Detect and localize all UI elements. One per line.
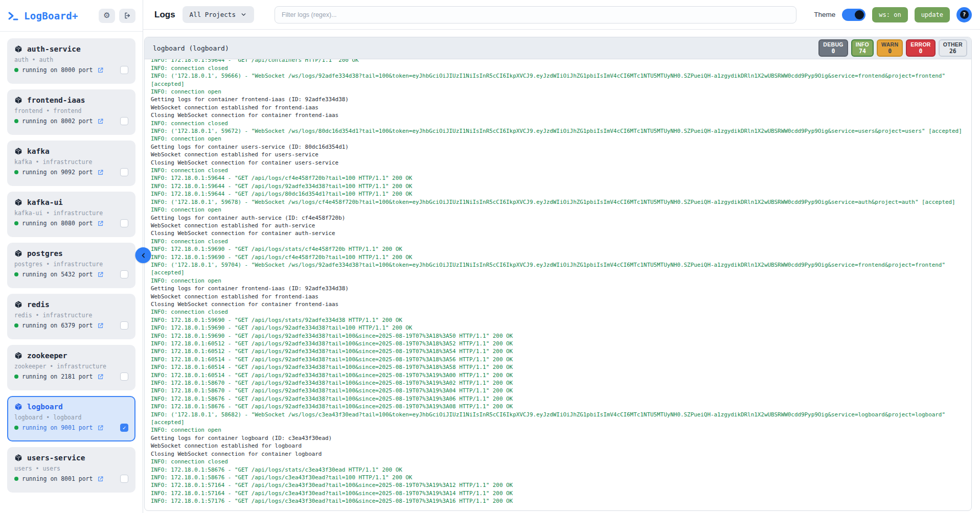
status-dot (14, 375, 18, 379)
external-link-icon[interactable] (97, 169, 104, 176)
project-filter-dropdown[interactable]: All Projects (183, 6, 254, 23)
service-card[interactable]: zookeeper zookeeper • infrastructure run… (7, 345, 135, 390)
question-mark-icon: ? (960, 10, 969, 19)
status-dot (14, 221, 18, 225)
service-status-text: running on 5432 port (22, 271, 93, 278)
service-card[interactable]: kafka-ui kafka-ui • infrastructure runni… (7, 192, 135, 237)
package-icon (14, 249, 22, 258)
log-level-badge[interactable]: OTHER 26 (939, 39, 967, 57)
log-line: INFO: 172.18.0.1:59690 - "GET /api/logs/… (151, 316, 968, 324)
service-project: frontend • frontend (14, 107, 128, 114)
log-output[interactable]: INFO: 172.18.0.1:59644 - "GET /api/conta… (145, 59, 971, 510)
external-link-icon[interactable] (97, 476, 104, 482)
service-name: users-service (27, 454, 85, 462)
service-name: frontend-iaas (27, 96, 85, 104)
external-link-icon[interactable] (97, 271, 104, 278)
external-link-icon[interactable] (97, 67, 104, 74)
update-button[interactable]: update (915, 7, 950, 22)
package-icon (14, 198, 22, 206)
log-line: Closing WebSocket connection for contain… (151, 229, 968, 237)
log-line: INFO: 172.18.0.1:60514 - "GET /api/logs/… (151, 356, 968, 363)
service-checkbox[interactable] (120, 424, 128, 432)
external-link-icon[interactable] (97, 374, 104, 380)
status-dot (14, 272, 18, 276)
external-link-icon[interactable] (97, 220, 104, 227)
external-link-icon[interactable] (97, 322, 104, 329)
log-line: INFO: 172.18.0.1:58670 - "GET /api/logs/… (151, 387, 968, 394)
service-card[interactable]: postgres postgres • infrastructure runni… (7, 243, 135, 288)
service-checkbox[interactable] (120, 270, 128, 278)
log-level-badge[interactable]: ERROR 0 (906, 39, 935, 57)
page-title: Logs (154, 10, 175, 20)
log-level-badges: DEBUG 0 INFO 74 WARN 0 ERROR 0 OTHER 26 (818, 39, 967, 57)
service-card[interactable]: users-service users • users running on 8… (7, 447, 135, 493)
external-link-icon[interactable] (97, 425, 104, 431)
log-line: Getting logs for container users-service… (151, 143, 968, 151)
log-level-badge[interactable]: INFO 74 (851, 39, 874, 57)
service-status-text: running on 8000 port (22, 66, 93, 74)
websocket-status-badge[interactable]: ws: on (872, 7, 907, 22)
app-title: LogBoard+ (24, 10, 78, 21)
log-panel-header: logboard (logboard) DEBUG 0 INFO 74 WARN… (145, 37, 971, 59)
app-logo: LogBoard+ (7, 10, 95, 22)
badge-count: 26 (943, 48, 963, 55)
service-name: postgres (27, 249, 63, 258)
log-line: WebSocket connection established for use… (151, 151, 968, 158)
service-checkbox[interactable] (120, 66, 128, 74)
sidebar: LogBoard+ ⚙ auth-service (0, 0, 143, 513)
package-icon (14, 45, 22, 53)
package-icon (14, 300, 22, 309)
log-line: INFO: 172.18.0.1:58670 - "GET /api/logs/… (151, 379, 968, 387)
badge-label: WARN (881, 41, 898, 48)
gear-icon: ⚙ (103, 12, 110, 19)
service-checkbox[interactable] (120, 321, 128, 330)
log-level-badge[interactable]: DEBUG 0 (818, 39, 848, 57)
log-line: INFO: 172.18.0.1:58676 - "GET /api/logs/… (151, 466, 968, 474)
log-line: INFO: 172.18.0.1:59644 - "GET /api/logs/… (151, 182, 968, 190)
service-checkbox[interactable] (120, 372, 128, 381)
log-line: INFO: 172.18.0.1:59690 - "GET /api/logs/… (151, 253, 968, 261)
status-dot (14, 119, 18, 123)
sidebar-collapse-button[interactable] (135, 247, 151, 263)
service-project: auth • auth (14, 56, 128, 63)
service-checkbox[interactable] (120, 219, 128, 227)
service-card[interactable]: auth-service auth • auth running on 8000… (7, 38, 135, 84)
log-line: INFO: 172.18.0.1:57164 - "GET /api/logs/… (151, 481, 968, 489)
log-line: INFO: 172.18.0.1:57164 - "GET /api/logs/… (151, 489, 968, 497)
service-card[interactable]: logboard logboard • logboard running on … (7, 396, 135, 441)
service-card[interactable]: redis redis • infrastructure running on … (7, 294, 135, 339)
log-line: Closing WebSocket connection for contain… (151, 450, 968, 458)
log-line: INFO: 172.18.0.1:60512 - "GET /api/logs/… (151, 340, 968, 347)
service-name: kafka (27, 147, 50, 155)
log-line: INFO: 172.18.0.1:59690 - "GET /api/logs/… (151, 324, 968, 332)
external-link-icon[interactable] (97, 118, 104, 125)
logout-button[interactable] (119, 9, 135, 23)
log-level-badge[interactable]: WARN 0 (877, 39, 903, 57)
service-status-text: running on 2181 port (22, 373, 93, 380)
status-dot (14, 170, 18, 174)
log-line: INFO: connection open (151, 277, 968, 285)
service-project: redis • infrastructure (14, 312, 128, 319)
service-name: kafka-ui (27, 198, 63, 206)
badge-count: 0 (910, 48, 930, 55)
main-area: Logs All Projects Theme ws: on update ? … (143, 0, 980, 513)
help-button[interactable]: ? (956, 7, 972, 22)
service-checkbox[interactable] (120, 475, 128, 483)
log-line: INFO: ('172.18.0.1', 59672) - "WebSocket… (151, 127, 968, 135)
service-card[interactable]: kafka kafka • infrastructure running on … (7, 141, 135, 186)
log-line: WebSocket connection established for fro… (151, 293, 968, 300)
service-checkbox[interactable] (120, 168, 128, 176)
log-line: Closing WebSocket connection for contain… (151, 159, 968, 167)
settings-button[interactable]: ⚙ (99, 9, 115, 23)
sidebar-header: LogBoard+ ⚙ (0, 0, 143, 32)
service-project: zookeeper • infrastructure (14, 363, 128, 370)
service-project: kafka • infrastructure (14, 158, 128, 166)
service-checkbox[interactable] (120, 117, 128, 125)
theme-toggle-knob (855, 10, 864, 19)
log-filter-input[interactable] (275, 6, 796, 24)
app-root: LogBoard+ ⚙ auth-service (0, 0, 980, 513)
logout-icon (124, 12, 131, 19)
service-card[interactable]: frontend-iaas frontend • frontend runnin… (7, 89, 135, 135)
theme-toggle[interactable] (842, 9, 865, 21)
log-line: INFO: 172.18.0.1:59690 - "GET /api/logs/… (151, 332, 968, 340)
